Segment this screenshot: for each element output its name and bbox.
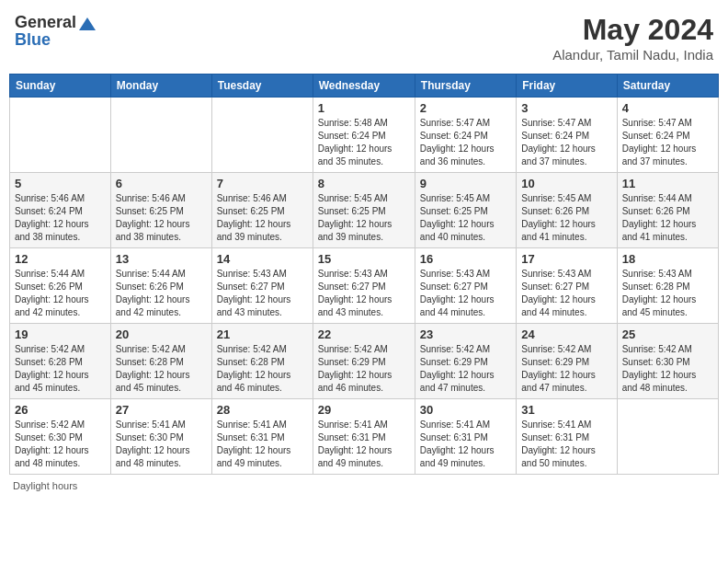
day-info: Sunrise: 5:46 AM Sunset: 6:25 PM Dayligh…	[116, 192, 207, 244]
day-number: 5	[15, 177, 106, 190]
calendar-week-2: 5Sunrise: 5:46 AM Sunset: 6:24 PM Daylig…	[10, 173, 719, 248]
calendar-cell: 1Sunrise: 5:48 AM Sunset: 6:24 PM Daylig…	[313, 98, 415, 173]
calendar-location: Alandur, Tamil Nadu, India	[552, 47, 713, 63]
calendar-cell: 13Sunrise: 5:44 AM Sunset: 6:26 PM Dayli…	[110, 248, 211, 324]
col-sunday: Sunday	[10, 75, 111, 98]
calendar-cell	[211, 98, 313, 173]
day-number: 23	[420, 327, 511, 341]
calendar-cell: 17Sunrise: 5:43 AM Sunset: 6:27 PM Dayli…	[517, 248, 617, 324]
calendar-cell: 9Sunrise: 5:45 AM Sunset: 6:25 PM Daylig…	[415, 173, 516, 248]
col-monday: Monday	[110, 75, 211, 98]
calendar-cell: 14Sunrise: 5:43 AM Sunset: 6:27 PM Dayli…	[211, 248, 313, 324]
day-number: 10	[521, 177, 611, 190]
day-number: 19	[15, 327, 106, 341]
day-number: 4	[622, 101, 713, 115]
day-number: 31	[521, 403, 611, 417]
day-info: Sunrise: 5:46 AM Sunset: 6:24 PM Dayligh…	[15, 192, 106, 244]
day-info: Sunrise: 5:46 AM Sunset: 6:25 PM Dayligh…	[217, 192, 308, 244]
day-number: 8	[318, 177, 410, 190]
day-number: 29	[318, 403, 410, 417]
day-info: Sunrise: 5:44 AM Sunset: 6:26 PM Dayligh…	[116, 268, 207, 319]
day-info: Sunrise: 5:48 AM Sunset: 6:24 PM Dayligh…	[318, 117, 410, 168]
col-wednesday: Wednesday	[313, 75, 415, 98]
day-number: 3	[521, 101, 611, 115]
day-info: Sunrise: 5:45 AM Sunset: 6:25 PM Dayligh…	[318, 192, 410, 244]
day-number: 27	[116, 403, 207, 417]
day-number: 12	[15, 252, 106, 266]
calendar-cell: 26Sunrise: 5:42 AM Sunset: 6:30 PM Dayli…	[10, 399, 111, 475]
day-info: Sunrise: 5:42 AM Sunset: 6:30 PM Dayligh…	[15, 419, 106, 470]
day-number: 20	[116, 327, 207, 341]
day-info: Sunrise: 5:47 AM Sunset: 6:24 PM Dayligh…	[521, 117, 611, 168]
day-number: 7	[217, 177, 308, 190]
logo-triangle-icon	[79, 17, 96, 30]
day-info: Sunrise: 5:41 AM Sunset: 6:31 PM Dayligh…	[318, 419, 410, 470]
calendar-cell: 28Sunrise: 5:41 AM Sunset: 6:31 PM Dayli…	[211, 399, 313, 475]
day-info: Sunrise: 5:42 AM Sunset: 6:29 PM Dayligh…	[420, 343, 511, 395]
day-number: 13	[116, 252, 207, 266]
day-number: 1	[318, 101, 410, 115]
day-info: Sunrise: 5:45 AM Sunset: 6:26 PM Dayligh…	[521, 192, 611, 244]
day-number: 17	[521, 252, 611, 266]
calendar-cell: 8Sunrise: 5:45 AM Sunset: 6:25 PM Daylig…	[313, 173, 415, 248]
calendar-cell: 22Sunrise: 5:42 AM Sunset: 6:29 PM Dayli…	[313, 324, 415, 399]
day-number: 14	[217, 252, 308, 266]
calendar-week-4: 19Sunrise: 5:42 AM Sunset: 6:28 PM Dayli…	[10, 324, 719, 399]
day-number: 16	[420, 252, 511, 266]
day-number: 22	[318, 327, 410, 341]
col-tuesday: Tuesday	[211, 75, 313, 98]
day-info: Sunrise: 5:42 AM Sunset: 6:30 PM Dayligh…	[622, 343, 713, 395]
calendar-cell: 23Sunrise: 5:42 AM Sunset: 6:29 PM Dayli…	[415, 324, 516, 399]
title-block: May 2024 Alandur, Tamil Nadu, India	[552, 13, 713, 63]
day-number: 2	[420, 101, 511, 115]
calendar-cell: 27Sunrise: 5:41 AM Sunset: 6:30 PM Dayli…	[110, 399, 211, 475]
calendar-cell: 4Sunrise: 5:47 AM Sunset: 6:24 PM Daylig…	[617, 98, 718, 173]
footer-daylight: Daylight hours	[9, 480, 719, 491]
page-header: General Blue May 2024 Alandur, Tamil Nad…	[9, 9, 719, 66]
day-info: Sunrise: 5:42 AM Sunset: 6:29 PM Dayligh…	[521, 343, 611, 395]
calendar-cell: 10Sunrise: 5:45 AM Sunset: 6:26 PM Dayli…	[517, 173, 617, 248]
calendar-cell: 30Sunrise: 5:41 AM Sunset: 6:31 PM Dayli…	[415, 399, 516, 475]
col-friday: Friday	[517, 75, 617, 98]
col-thursday: Thursday	[415, 75, 516, 98]
calendar-cell: 25Sunrise: 5:42 AM Sunset: 6:30 PM Dayli…	[617, 324, 718, 399]
calendar-cell: 20Sunrise: 5:42 AM Sunset: 6:28 PM Dayli…	[110, 324, 211, 399]
calendar-cell: 15Sunrise: 5:43 AM Sunset: 6:27 PM Dayli…	[313, 248, 415, 324]
day-number: 21	[217, 327, 308, 341]
day-info: Sunrise: 5:45 AM Sunset: 6:25 PM Dayligh…	[420, 192, 511, 244]
logo: General Blue	[15, 13, 96, 50]
calendar-cell: 12Sunrise: 5:44 AM Sunset: 6:26 PM Dayli…	[10, 248, 111, 324]
day-info: Sunrise: 5:44 AM Sunset: 6:26 PM Dayligh…	[622, 192, 713, 244]
day-info: Sunrise: 5:41 AM Sunset: 6:31 PM Dayligh…	[217, 419, 308, 470]
logo-blue-text: Blue	[15, 30, 51, 50]
day-number: 15	[318, 252, 410, 266]
day-number: 28	[217, 403, 308, 417]
footer-text: Daylight hours	[13, 480, 77, 491]
day-info: Sunrise: 5:43 AM Sunset: 6:27 PM Dayligh…	[217, 268, 308, 319]
calendar-cell	[617, 399, 718, 475]
calendar-cell: 3Sunrise: 5:47 AM Sunset: 6:24 PM Daylig…	[517, 98, 617, 173]
day-info: Sunrise: 5:42 AM Sunset: 6:28 PM Dayligh…	[15, 343, 106, 395]
calendar-cell: 29Sunrise: 5:41 AM Sunset: 6:31 PM Dayli…	[313, 399, 415, 475]
day-info: Sunrise: 5:41 AM Sunset: 6:30 PM Dayligh…	[116, 419, 207, 470]
day-number: 18	[622, 252, 713, 266]
calendar-cell	[10, 98, 111, 173]
day-info: Sunrise: 5:43 AM Sunset: 6:27 PM Dayligh…	[318, 268, 410, 319]
calendar-cell: 5Sunrise: 5:46 AM Sunset: 6:24 PM Daylig…	[10, 173, 111, 248]
day-info: Sunrise: 5:47 AM Sunset: 6:24 PM Dayligh…	[622, 117, 713, 168]
day-info: Sunrise: 5:43 AM Sunset: 6:27 PM Dayligh…	[521, 268, 611, 319]
logo-general-text: General	[15, 13, 76, 32]
calendar-title: May 2024	[552, 13, 713, 47]
calendar-cell: 7Sunrise: 5:46 AM Sunset: 6:25 PM Daylig…	[211, 173, 313, 248]
calendar-cell: 6Sunrise: 5:46 AM Sunset: 6:25 PM Daylig…	[110, 173, 211, 248]
day-number: 9	[420, 177, 511, 190]
calendar-cell: 24Sunrise: 5:42 AM Sunset: 6:29 PM Dayli…	[517, 324, 617, 399]
calendar-cell: 2Sunrise: 5:47 AM Sunset: 6:24 PM Daylig…	[415, 98, 516, 173]
day-number: 24	[521, 327, 611, 341]
calendar-week-1: 1Sunrise: 5:48 AM Sunset: 6:24 PM Daylig…	[10, 98, 719, 173]
day-number: 11	[622, 177, 713, 190]
day-info: Sunrise: 5:41 AM Sunset: 6:31 PM Dayligh…	[521, 419, 611, 470]
calendar-cell: 18Sunrise: 5:43 AM Sunset: 6:28 PM Dayli…	[617, 248, 718, 324]
calendar-cell: 11Sunrise: 5:44 AM Sunset: 6:26 PM Dayli…	[617, 173, 718, 248]
day-info: Sunrise: 5:42 AM Sunset: 6:28 PM Dayligh…	[116, 343, 207, 395]
